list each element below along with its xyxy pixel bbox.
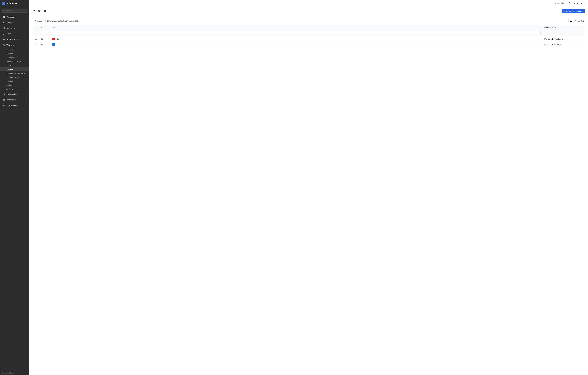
user-dropdown-arrow: ▾ (584, 2, 585, 4)
topbar: System wählen Example ▾ (30, 0, 588, 6)
color-swatch-blau (52, 43, 55, 46)
produzenten-label: Produzenten (6, 93, 27, 95)
benutzer-arrow: ‹ (27, 22, 27, 23)
table-row: 41 Rot Mandant 1, Mandant 2 (33, 36, 585, 42)
sidebar-item-shop[interactable]: Shop ‹ (0, 31, 30, 37)
user-menu-button[interactable]: ▾ (581, 1, 585, 5)
aktionen-button[interactable]: Aktionen ▾ (33, 19, 45, 23)
filter-mandant-cell (543, 30, 585, 36)
dashboard-label: Dashboard (6, 16, 27, 18)
deklaration-arrow: ‹ (27, 99, 27, 100)
benutzer-label: Benutzer (6, 21, 27, 24)
row-name: Rot (56, 38, 59, 40)
id-filter-icon[interactable]: ▾ (43, 27, 43, 28)
new-variant-button[interactable]: Neue Variante anlegen (562, 9, 585, 13)
svg-rect-5 (4, 16, 5, 17)
svg-point-13 (4, 34, 4, 34)
name-filter-icon[interactable]: ▾ (57, 27, 58, 28)
sidebar-item-systemmedien[interactable]: Systemmedien ‹ (0, 37, 30, 42)
row-name-cell: Rot (50, 36, 543, 42)
templates-label: Templates (6, 27, 27, 29)
page-title: Varianten (33, 9, 46, 13)
svg-point-12 (3, 34, 4, 34)
sidebar-item-templates[interactable]: Templates ‹ (0, 25, 30, 31)
row-id: 40 (41, 43, 43, 45)
main-nav: Dashboard Benutzer ‹ Templates (0, 14, 30, 91)
mandant-filter-icon[interactable]: ▾ (555, 27, 556, 28)
row-name: Blau (56, 43, 60, 45)
sidebar-item-preflight-profiles[interactable]: Preflight Profiles (0, 75, 30, 79)
filter-id-cell (39, 30, 50, 36)
user-icon (2, 21, 5, 24)
sidebar-item-dashboard[interactable]: Dashboard (0, 14, 30, 20)
sidebar-item-schriftgruppen[interactable]: Schriftgruppen (0, 56, 30, 60)
calendar-icon (2, 98, 5, 101)
edit-icon (2, 27, 5, 30)
sidebar-item-mandanten[interactable]: Mandanten (0, 79, 30, 83)
table-body: 41 Rot Mandant 1, Mandant 2 (33, 36, 585, 47)
svg-rect-17 (3, 94, 4, 95)
sidebar: printformer Dashboard (0, 0, 30, 375)
row-checkbox[interactable] (35, 43, 37, 45)
app-name: printformer (6, 2, 17, 5)
systemmedien-label: Systemmedien (6, 38, 27, 41)
sidebar-item-benutzer[interactable]: Benutzer ‹ (0, 20, 30, 25)
th-id[interactable]: # ▾ (39, 25, 50, 30)
per-page-select[interactable]: 25 50 100 (568, 19, 576, 23)
sidebar-item-varianten[interactable]: Varianten (0, 67, 30, 71)
sidebar-item-varianten-globale-regeln[interactable]: Varianten: Globale Regeln (0, 71, 30, 75)
filter-name-input[interactable] (52, 31, 541, 35)
shop-arrow: ‹ (27, 33, 27, 35)
data-table: # ▾ Name ▾ Mandant(en) ▾ (33, 25, 585, 47)
produzenten-arrow: ‹ (27, 93, 27, 95)
filter-id-input[interactable] (41, 31, 48, 35)
sidebar-item-template-datakeys[interactable]: Template DataKeys (0, 60, 30, 64)
sidebar-item-verwaltung[interactable]: Verwaltung (0, 42, 30, 48)
logo-icon (2, 2, 5, 5)
svg-point-24 (582, 2, 583, 3)
th-checkbox (33, 25, 39, 30)
sidebar-item-adressen[interactable]: Addressen (0, 48, 30, 52)
search-input[interactable] (2, 9, 28, 12)
system-dropdown[interactable]: Example (567, 1, 579, 5)
svg-rect-0 (3, 3, 4, 3)
row-id-cell: 40 (39, 42, 50, 47)
color-swatch-rot (52, 38, 55, 40)
sidebar-item-einstellungen[interactable]: Einstellungen (0, 102, 30, 108)
row-mandant-cell: Mandant 1, Mandant 2 (543, 42, 585, 47)
svg-point-8 (3, 22, 4, 22)
row-checkbox[interactable] (35, 38, 37, 40)
sidebar-search-section (0, 7, 30, 14)
sidebar-logo[interactable]: printformer (0, 0, 30, 7)
th-mandant[interactable]: Mandant(en) ▾ (543, 25, 585, 30)
sidebar-item-farben[interactable]: Farben (0, 64, 30, 67)
sidebar-item-systeme[interactable]: Systeme (0, 83, 30, 87)
svg-rect-16 (3, 93, 4, 94)
per-page-label: Pro Seite (577, 20, 585, 22)
actions-bar: Aktionen ▾ 2 Datensätze gefunden ( 0 aus… (33, 19, 585, 23)
gear-icon (2, 104, 5, 107)
deklaration-label: Deklaration (6, 99, 27, 101)
sidebar-item-produzenten[interactable]: Produzenten ‹ (0, 91, 30, 97)
select-all-checkbox[interactable] (35, 26, 37, 28)
records-count: 2 Datensätze gefunden ( 0 ausgewählt ) (47, 20, 79, 22)
shop-label: Shop (6, 33, 27, 35)
svg-rect-2 (3, 4, 4, 4)
svg-rect-19 (3, 99, 4, 101)
sidebar-item-deklaration[interactable]: Deklaration ‹ (0, 97, 30, 102)
table-row: 40 Blau Mandant 1, Mandant 2 (33, 42, 585, 47)
table-header-row: # ▾ Name ▾ Mandant(en) ▾ (33, 25, 585, 30)
sidebar-item-schriften[interactable]: Schriften (0, 52, 30, 56)
th-name[interactable]: Name ▾ (50, 25, 543, 30)
folder-icon (2, 43, 5, 46)
row-id: 41 (41, 38, 43, 40)
grid-icon (2, 15, 5, 18)
system-selector: System wählen Example ▾ (555, 1, 585, 5)
pagination-controls: 25 50 100 Pro Seite (568, 19, 585, 23)
einstellungen-label: Einstellungen (6, 104, 27, 107)
systemmedien-arrow: ‹ (27, 39, 27, 40)
aktionen-chevron-icon: ▾ (43, 20, 44, 22)
sidebar-item-audit-log[interactable]: Audit Log (0, 87, 30, 91)
row-checkbox-cell (33, 36, 39, 42)
templates-arrow: ‹ (27, 27, 27, 29)
